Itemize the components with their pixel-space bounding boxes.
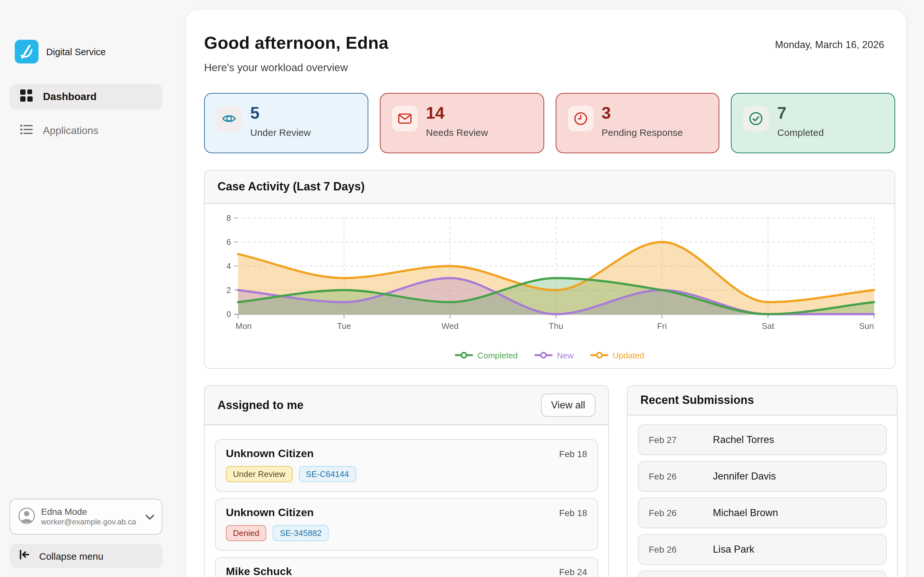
legend-item-updated[interactable]: Updated bbox=[590, 350, 644, 360]
submission-row[interactable]: Feb 26 Michael Brown bbox=[638, 498, 887, 528]
clock-icon bbox=[567, 106, 593, 131]
user-texts: Edna Mode worker@example.gov.ab.ca bbox=[41, 506, 140, 527]
recent-header: Recent Submissions bbox=[628, 386, 897, 416]
stats-row: 5 Under Review 14 Needs Review bbox=[204, 93, 895, 153]
status-badge: Under Review bbox=[226, 466, 292, 482]
case-card[interactable]: Mike Schuck Feb 24 Approved SE-B1A075 bbox=[215, 557, 598, 577]
x-tick-label: Sun bbox=[859, 321, 874, 331]
case-id-badge: SE-C64144 bbox=[299, 466, 356, 482]
assigned-header: Assigned to me View all bbox=[205, 386, 608, 425]
y-tick-label: 2 bbox=[226, 285, 231, 295]
stat-label: Needs Review bbox=[426, 127, 488, 138]
badge-row: Denied SE-345882 bbox=[226, 525, 587, 541]
stat-value: 14 bbox=[426, 104, 488, 122]
case-activity-title: Case Activity (Last 7 Days) bbox=[218, 180, 365, 193]
avatar-icon bbox=[18, 507, 35, 527]
case-name: Unknown Citizen bbox=[226, 448, 314, 460]
collapse-menu-button[interactable]: Collapse menu bbox=[10, 544, 162, 568]
status-badge: Denied bbox=[226, 525, 266, 541]
stat-value: 5 bbox=[250, 104, 310, 122]
eye-icon bbox=[216, 106, 242, 131]
submission-date: Feb 26 bbox=[649, 471, 681, 482]
chevron-down-icon bbox=[145, 511, 154, 522]
user-name: Edna Mode bbox=[41, 506, 140, 517]
stat-card-completed[interactable]: 7 Completed bbox=[731, 93, 895, 153]
stat-text: 5 Under Review bbox=[248, 104, 310, 142]
case-activity-panel: Case Activity (Last 7 Days) 02468MonTueW… bbox=[204, 170, 895, 369]
case-top: Unknown Citizen Feb 18 bbox=[226, 506, 587, 519]
chart-legend: CompletedNewUpdated bbox=[215, 348, 884, 363]
stat-card-pending-response[interactable]: 3 Pending Response bbox=[556, 93, 720, 153]
recent-title: Recent Submissions bbox=[640, 394, 754, 407]
sidebar-item-label: Applications bbox=[43, 125, 99, 137]
case-card[interactable]: Unknown Citizen Feb 18 Under Review SE-C… bbox=[215, 439, 598, 492]
legend-label: Updated bbox=[613, 350, 644, 360]
case-card[interactable]: Unknown Citizen Feb 18 Denied SE-345882 bbox=[215, 498, 598, 551]
bottom-row: Assigned to me View all Unknown Citizen … bbox=[204, 385, 895, 577]
main-content: Monday, March 16, 2026 Good afternoon, E… bbox=[186, 10, 906, 577]
stat-label: Pending Response bbox=[602, 127, 683, 138]
stat-text: 14 Needs Review bbox=[423, 104, 488, 142]
area-chart: 02468MonTueWedThuFriSatSun bbox=[215, 211, 884, 345]
case-date: Feb 18 bbox=[559, 449, 587, 459]
mail-icon bbox=[392, 106, 418, 131]
sidebar-item-label: Dashboard bbox=[43, 91, 97, 103]
legend-label: Completed bbox=[477, 350, 518, 360]
x-tick-label: Fri bbox=[657, 321, 667, 331]
case-name: Mike Schuck bbox=[226, 566, 292, 577]
y-tick-label: 8 bbox=[226, 213, 231, 222]
badge-row: Under Review SE-C64144 bbox=[226, 466, 587, 482]
y-tick-label: 6 bbox=[226, 237, 231, 247]
submission-name: Michael Brown bbox=[713, 507, 778, 519]
legend-marker-icon bbox=[455, 351, 473, 359]
check-circle-icon bbox=[743, 106, 769, 131]
user-menu[interactable]: Edna Mode worker@example.gov.ab.ca bbox=[10, 499, 162, 535]
submission-name: Lisa Park bbox=[713, 544, 754, 555]
case-activity-header: Case Activity (Last 7 Days) bbox=[205, 171, 895, 204]
assigned-panel: Assigned to me View all Unknown Citizen … bbox=[204, 385, 609, 577]
case-top: Mike Schuck Feb 24 bbox=[226, 566, 587, 577]
case-top: Unknown Citizen Feb 18 bbox=[226, 448, 587, 460]
submission-row[interactable]: Feb 26 Jennifer Davis bbox=[638, 461, 887, 492]
submission-name: Jennifer Davis bbox=[713, 471, 776, 482]
alberta-logo-icon bbox=[15, 40, 39, 63]
legend-item-completed[interactable]: Completed bbox=[455, 350, 518, 360]
y-tick-label: 0 bbox=[226, 309, 231, 319]
submission-row[interactable]: Feb 26 James Wilson bbox=[638, 571, 887, 577]
view-all-button[interactable]: View all bbox=[541, 394, 596, 417]
brand: Digital Service bbox=[15, 40, 105, 63]
submission-date: Feb 26 bbox=[649, 508, 681, 518]
sidebar-nav: Dashboard Applications bbox=[10, 84, 162, 152]
stat-text: 7 Completed bbox=[775, 104, 824, 142]
app-root: Digital Service Dashboard bbox=[0, 0, 924, 577]
submission-date: Feb 27 bbox=[649, 435, 681, 445]
stat-card-needs-review[interactable]: 14 Needs Review bbox=[380, 93, 544, 153]
submission-name: Rachel Torres bbox=[713, 434, 774, 446]
sidebar-item-applications[interactable]: Applications bbox=[10, 118, 162, 143]
sidebar-item-dashboard[interactable]: Dashboard bbox=[10, 84, 162, 110]
stat-value: 3 bbox=[602, 104, 683, 122]
submission-row[interactable]: Feb 26 Lisa Park bbox=[638, 534, 887, 565]
recent-submissions-panel: Recent Submissions Feb 27 Rachel Torres … bbox=[627, 385, 898, 577]
submission-row[interactable]: Feb 27 Rachel Torres bbox=[638, 424, 887, 455]
assigned-list: Unknown Citizen Feb 18 Under Review SE-C… bbox=[205, 425, 608, 577]
stat-text: 3 Pending Response bbox=[599, 104, 683, 142]
collapse-menu-label: Collapse menu bbox=[39, 550, 103, 561]
current-date: Monday, March 16, 2026 bbox=[775, 39, 884, 51]
case-date: Feb 24 bbox=[559, 567, 587, 577]
x-tick-label: Wed bbox=[441, 321, 459, 331]
applications-list-icon bbox=[20, 123, 33, 139]
stat-label: Completed bbox=[777, 127, 824, 138]
user-email: worker@example.gov.ab.ca bbox=[41, 517, 140, 527]
x-tick-label: Mon bbox=[236, 321, 252, 331]
submission-date: Feb 26 bbox=[649, 544, 681, 554]
case-activity-chart: 02468MonTueWedThuFriSatSun CompletedNewU… bbox=[205, 204, 895, 368]
legend-label: New bbox=[557, 350, 573, 360]
brand-name: Digital Service bbox=[46, 47, 105, 57]
legend-item-new[interactable]: New bbox=[535, 350, 573, 360]
dashboard-grid-icon bbox=[20, 89, 33, 105]
stat-value: 7 bbox=[777, 104, 824, 122]
legend-marker-icon bbox=[535, 351, 552, 359]
y-tick-label: 4 bbox=[226, 261, 231, 271]
stat-card-under-review[interactable]: 5 Under Review bbox=[204, 93, 368, 153]
